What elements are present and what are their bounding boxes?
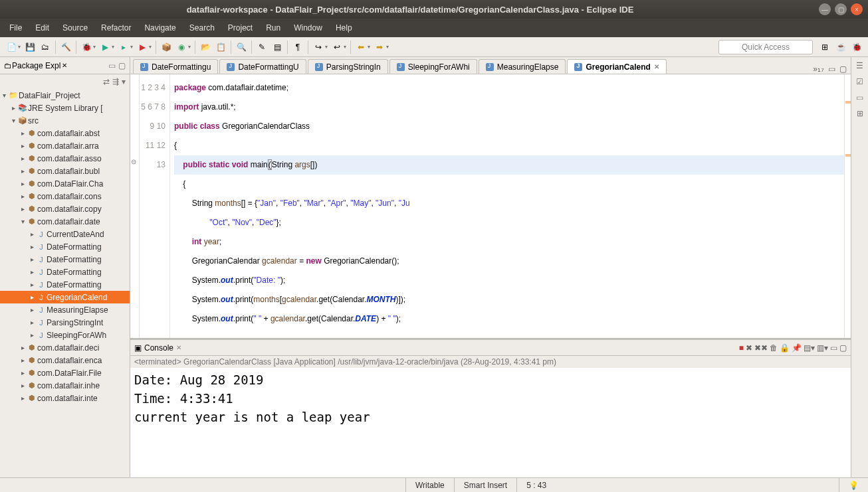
tab[interactable]: MeasuringElapse xyxy=(479,59,566,74)
save-all-icon[interactable]: 🗂 xyxy=(38,40,53,54)
forward-icon[interactable]: ➡ xyxy=(372,40,387,54)
debug-icon[interactable]: 🐞 xyxy=(79,40,94,54)
close-view-icon[interactable]: ✕ xyxy=(62,62,67,69)
status-insert: Smart Insert xyxy=(454,478,516,492)
tab[interactable]: SleepingForAWhi xyxy=(389,59,477,74)
console-output[interactable]: Date: Aug 28 2019 Time: 4:33:41 current … xyxy=(130,368,851,477)
console-icon: ▣ xyxy=(134,343,142,353)
min-console-icon[interactable]: ▭ xyxy=(830,343,837,353)
window-title: dataflair-workspace - DataFlair_Project/… xyxy=(5,5,815,15)
clear-console-icon[interactable]: 🗑 xyxy=(770,343,778,353)
open-type-icon[interactable]: 📂 xyxy=(198,40,213,54)
code-area[interactable]: package com.dataflair.datetime; import j… xyxy=(170,74,844,338)
console-info: <terminated> GregorianCalendarClass [Jav… xyxy=(130,356,851,368)
java-file-icon xyxy=(140,63,148,71)
console-view: ▣Console✕ ■ ✖ ✖✖ 🗑 🔒 📌 ▤▾ ▥▾ ▭ ▢ <termin… xyxy=(130,338,851,477)
menu-window[interactable]: Window xyxy=(287,23,329,33)
back-icon[interactable]: ⬅ xyxy=(354,40,368,54)
view-title: Package Expl xyxy=(12,61,60,70)
title-bar: dataflair-workspace - DataFlair_Project/… xyxy=(0,0,868,19)
package-tree[interactable]: ▾📁DataFlair_Project ▸📚JRE System Library… xyxy=(0,89,130,477)
tab[interactable]: DateFormattingU xyxy=(219,59,306,74)
maximize-icon[interactable]: ▢ xyxy=(835,3,847,15)
task-list-icon[interactable]: ☑ xyxy=(856,77,863,86)
menu-file[interactable]: File xyxy=(3,23,29,33)
java-file-icon xyxy=(486,63,494,71)
debug-perspective-icon[interactable]: 🐞 xyxy=(849,40,864,54)
right-trim: ☰ ☑ ▭ ⊞ xyxy=(851,57,868,477)
menu-project[interactable]: Project xyxy=(221,23,259,33)
folder-icon: 🗀 xyxy=(4,61,12,70)
coverage-icon[interactable]: ▸ xyxy=(116,40,131,54)
new-class-icon[interactable]: ◉ xyxy=(174,40,189,54)
menu-run[interactable]: Run xyxy=(259,23,287,33)
run-icon[interactable]: ▶ xyxy=(98,40,112,54)
ext-tools-icon[interactable]: ▶ xyxy=(135,40,150,54)
minimize-view-icon[interactable]: ▭ xyxy=(108,61,116,70)
menu-bar: File Edit Source Refactor Navigate Searc… xyxy=(0,19,868,37)
editor-tabs: DateFormattingu DateFormattingU ParsingS… xyxy=(130,57,851,74)
console-title: Console xyxy=(144,343,173,353)
java-file-icon xyxy=(227,63,235,71)
link-editor-icon[interactable]: ⇶ xyxy=(112,77,119,86)
java-file-icon xyxy=(574,63,582,71)
maximize-editor-icon[interactable]: ▢ xyxy=(839,64,847,74)
outline-icon[interactable]: ☰ xyxy=(856,61,863,70)
menu-search[interactable]: Search xyxy=(183,23,221,33)
close-icon[interactable]: × xyxy=(851,3,863,15)
toolbar: 📄▾ 💾 🗂 🔨 🐞▾ ▶▾ ▸▾ ▶▾ 📦 ◉▾ 📂 📋 🔍 ✎ ▤ ¶ ↪▾… xyxy=(0,37,868,57)
outline-view-icon[interactable]: ⊞ xyxy=(857,109,863,118)
open-perspective-icon[interactable]: ⊞ xyxy=(817,40,832,54)
scroll-lock-icon[interactable]: 🔒 xyxy=(780,343,790,353)
new-icon[interactable]: 📄 xyxy=(4,40,19,54)
tip-icon[interactable]: 💡 xyxy=(839,478,868,492)
menu-source[interactable]: Source xyxy=(56,23,94,33)
java-perspective-icon[interactable]: ☕ xyxy=(833,40,848,54)
pin-console-icon[interactable]: 📌 xyxy=(792,343,802,353)
terminate-icon[interactable]: ■ xyxy=(739,343,744,353)
tab[interactable]: ParsingStringIn xyxy=(308,59,388,74)
java-file-icon xyxy=(397,63,405,71)
open-task-icon[interactable]: 📋 xyxy=(213,40,228,54)
minimize-icon[interactable]: — xyxy=(819,3,831,15)
tab-overflow[interactable]: »₁₇ xyxy=(813,64,824,74)
status-writable: Writable xyxy=(405,478,454,492)
status-position: 5 : 43 xyxy=(516,478,556,492)
tab-active[interactable]: GregorianCalend✕ xyxy=(567,59,666,74)
open-console-icon[interactable]: ▥▾ xyxy=(817,343,828,353)
line-gutter: 1 2 3 4 5 6 7 8 9 10 11 12 13 xyxy=(140,74,170,338)
close-console-icon[interactable]: ✕ xyxy=(176,344,181,351)
collapse-all-icon[interactable]: ⇄ xyxy=(103,77,110,86)
menu-refactor[interactable]: Refactor xyxy=(94,23,138,33)
new-package-icon[interactable]: 📦 xyxy=(159,40,173,54)
status-bar: Writable Smart Insert 5 : 43 💡 xyxy=(0,477,868,492)
close-tab-icon[interactable]: ✕ xyxy=(654,63,659,70)
max-console-icon[interactable]: ▢ xyxy=(839,343,847,353)
quick-access[interactable]: Quick Access xyxy=(718,40,813,54)
toggle-block-icon[interactable]: ▤ xyxy=(270,40,284,54)
toggle-mark-icon[interactable]: ✎ xyxy=(255,40,269,54)
tree-selected: ▸JGregorianCalend xyxy=(0,291,130,303)
code-editor[interactable]: ⊖ 1 2 3 4 5 6 7 8 9 10 11 12 13 package … xyxy=(130,74,851,338)
java-file-icon xyxy=(315,63,323,71)
package-explorer: 🗀 Package Expl ✕ ▭ ▢ ⇄ ⇶ ▾ ▾📁DataFlair_P… xyxy=(0,57,130,477)
build-icon[interactable]: 🔨 xyxy=(58,40,73,54)
menu-edit[interactable]: Edit xyxy=(29,23,56,33)
remove-all-icon[interactable]: ✖✖ xyxy=(754,343,768,353)
restore-icon[interactable]: ▭ xyxy=(856,93,863,102)
save-icon[interactable]: 💾 xyxy=(23,40,37,54)
show-whitespace-icon[interactable]: ¶ xyxy=(290,40,305,54)
menu-help[interactable]: Help xyxy=(329,23,359,33)
display-console-icon[interactable]: ▤▾ xyxy=(804,343,815,353)
view-menu-icon[interactable]: ▾ xyxy=(122,77,126,86)
maximize-view-icon[interactable]: ▢ xyxy=(118,61,126,70)
minimize-editor-icon[interactable]: ▭ xyxy=(828,64,835,74)
remove-launch-icon[interactable]: ✖ xyxy=(746,343,752,353)
next-annotation-icon[interactable]: ↪ xyxy=(311,40,326,54)
tab[interactable]: DateFormattingu xyxy=(133,59,218,74)
search-icon[interactable]: 🔍 xyxy=(234,40,249,54)
menu-navigate[interactable]: Navigate xyxy=(138,23,182,33)
prev-annotation-icon[interactable]: ↩ xyxy=(330,40,344,54)
